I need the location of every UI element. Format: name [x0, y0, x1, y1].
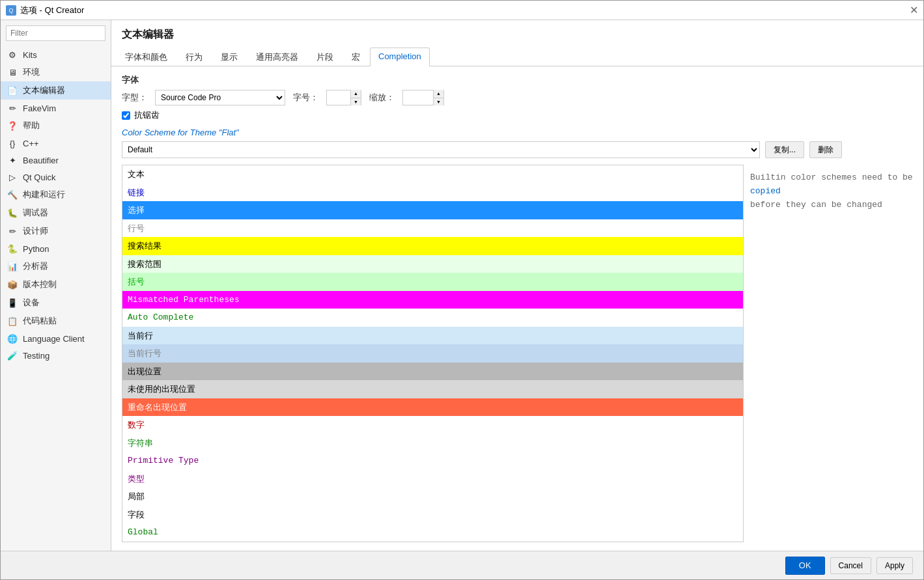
color-item-current-line[interactable]: 当前行 [122, 327, 743, 345]
sidebar-icon-analyzer: 📊 [7, 261, 18, 271]
sidebar-label-beautifier: Beautifier [23, 156, 59, 165]
font-section-label: 字体 [122, 74, 913, 86]
info-panel: Builtin color schemes need to be copied … [750, 165, 913, 543]
cancel-button[interactable]: Cancel [830, 557, 871, 574]
color-item-mismatched[interactable]: Mismatched Parentheses [122, 291, 743, 309]
sidebar-label-code-snippets: 代码粘贴 [23, 315, 57, 327]
info-link[interactable]: copied [750, 186, 781, 196]
color-item-global[interactable]: Global [122, 523, 743, 542]
sidebar-item-version-control[interactable]: 📦版本控制 [1, 275, 111, 294]
zoom-up[interactable]: ▲ [433, 90, 443, 98]
stepper-up[interactable]: ▲ [350, 90, 361, 98]
sidebar-label-text-editor: 文本编辑器 [23, 85, 65, 96]
color-list-area: 文本链接选择行号搜索结果搜索范围括号Mismatched Parentheses… [122, 165, 913, 543]
sidebar-item-fakevim[interactable]: ✏FakeVim [1, 100, 111, 117]
sidebar-label-cpp: C++ [23, 139, 39, 148]
antialias-row: 抗锯齿 [122, 109, 913, 121]
color-list[interactable]: 文本链接选择行号搜索结果搜索范围括号Mismatched Parentheses… [122, 165, 744, 542]
sidebar-item-qt-quick[interactable]: ▷Qt Quick [1, 169, 111, 186]
tab-snippets[interactable]: 片段 [308, 48, 342, 66]
sidebar-item-cpp[interactable]: {}C++ [1, 135, 111, 152]
tab-font-color[interactable]: 字体和颜色 [117, 48, 176, 66]
font-section: 字体 字型： Source Code Pro 字号： 10 ▲ ▼ [122, 74, 913, 121]
sidebar-item-build-run[interactable]: 🔨构建和运行 [1, 186, 111, 204]
copy-button[interactable]: 复制... [765, 141, 804, 158]
scheme-select[interactable]: Default [122, 141, 760, 158]
color-item-text[interactable]: 文本 [122, 165, 743, 184]
color-item-number[interactable]: 数字 [122, 416, 743, 434]
zoom-down[interactable]: ▼ [433, 98, 443, 106]
sidebar-item-devices[interactable]: 📱设备 [1, 294, 111, 312]
sidebar-label-build-run: 构建和运行 [23, 189, 65, 200]
zoom-stepper[interactable]: 150% ▲ ▼ [402, 90, 444, 105]
stepper-down[interactable]: ▼ [350, 98, 361, 106]
sidebar-item-designer[interactable]: ✏设计师 [1, 222, 111, 240]
tab-display[interactable]: 显示 [212, 48, 246, 66]
color-item-primitive-type[interactable]: Primitive Type [122, 452, 743, 470]
sidebar-item-language-client[interactable]: 🌐Language Client [1, 330, 111, 347]
right-panel: 文本编辑器 字体和颜色行为显示通用高亮器片段宏Completion 字体 字型：… [111, 20, 923, 551]
sidebar-label-testing: Testing [23, 351, 49, 361]
antialias-label: 抗锯齿 [134, 109, 160, 121]
sidebar-icon-debugger: 🐛 [7, 208, 18, 218]
window-title: 选项 - Qt Creator [20, 5, 84, 16]
filter-input[interactable] [6, 25, 105, 41]
color-item-string[interactable]: 字符串 [122, 434, 743, 452]
color-item-type[interactable]: 类型 [122, 470, 743, 488]
main-content: ⚙Kits🖥环境📄文本编辑器✏FakeVim❓帮助{}C++✦Beautifie… [1, 20, 923, 551]
sidebar-label-kits: Kits [23, 50, 37, 60]
sidebar-icon-qt-quick: ▷ [7, 172, 18, 182]
titlebar: Q 选项 - Qt Creator ✕ [1, 1, 923, 20]
sidebar-icon-code-snippets: 📋 [7, 316, 18, 326]
color-scheme-label: Color Scheme for Theme "Flat" [122, 128, 239, 137]
color-item-parentheses[interactable]: 括号 [122, 273, 743, 291]
sidebar-label-designer: 设计师 [23, 225, 48, 237]
stepper-buttons: ▲ ▼ [350, 90, 361, 105]
font-size-input[interactable]: 10 [327, 90, 350, 105]
tab-behavior[interactable]: 行为 [177, 48, 211, 66]
tab-highlighter[interactable]: 通用高亮器 [247, 48, 307, 66]
sidebar-item-environment[interactable]: 🖥环境 [1, 63, 111, 81]
color-item-search-scope[interactable]: 搜索范围 [122, 255, 743, 273]
sidebar-item-testing[interactable]: 🧪Testing [1, 347, 111, 364]
font-type-select[interactable]: Source Code Pro [155, 90, 285, 105]
sidebar-icon-devices: 📱 [7, 297, 18, 308]
color-item-field[interactable]: 字段 [122, 506, 743, 524]
sidebar-item-help[interactable]: ❓帮助 [1, 117, 111, 135]
tab-macros[interactable]: 宏 [343, 48, 369, 66]
color-item-current-line-num[interactable]: 当前行号 [122, 344, 743, 363]
bottom-bar: OK Cancel Apply [1, 551, 923, 579]
color-item-line-number[interactable]: 行号 [122, 219, 743, 238]
close-button[interactable]: ✕ [910, 4, 918, 16]
color-item-link[interactable]: 链接 [122, 184, 743, 202]
sidebar-label-help: 帮助 [23, 120, 40, 131]
panel-body: 字体 字型： Source Code Pro 字号： 10 ▲ ▼ [111, 66, 923, 551]
font-size-stepper[interactable]: 10 ▲ ▼ [326, 90, 361, 105]
sidebar-label-version-control: 版本控制 [23, 279, 57, 290]
zoom-input[interactable]: 150% [403, 90, 433, 105]
color-item-rename-occurrence[interactable]: 重命名出现位置 [122, 398, 743, 417]
sidebar-item-code-snippets[interactable]: 📋代码粘贴 [1, 312, 111, 330]
scheme-row: Default 复制... 删除 [122, 141, 913, 158]
apply-button[interactable]: Apply [876, 557, 913, 574]
tab-completion[interactable]: Completion [370, 48, 430, 66]
sidebar-label-environment: 环境 [23, 66, 40, 78]
color-item-search-result[interactable]: 搜索结果 [122, 237, 743, 255]
color-item-occurrence[interactable]: 出现位置 [122, 363, 743, 381]
sidebar-item-kits[interactable]: ⚙Kits [1, 46, 111, 63]
color-item-unused-occurrence[interactable]: 未使用的出现位置 [122, 380, 743, 398]
ok-button[interactable]: OK [785, 557, 825, 575]
sidebar-label-language-client: Language Client [23, 334, 85, 344]
color-item-enumeration[interactable]: 枚举量 [122, 542, 743, 543]
delete-button[interactable]: 删除 [809, 141, 842, 158]
sidebar-item-debugger[interactable]: 🐛调试器 [1, 204, 111, 222]
color-item-auto-complete[interactable]: Auto Complete [122, 309, 743, 327]
sidebar-item-python[interactable]: 🐍Python [1, 240, 111, 257]
antialias-checkbox[interactable] [122, 111, 130, 120]
color-item-selection[interactable]: 选择 [122, 201, 743, 219]
color-item-local[interactable]: 局部 [122, 488, 743, 506]
sidebar-item-analyzer[interactable]: 📊分析器 [1, 257, 111, 275]
font-row: 字型： Source Code Pro 字号： 10 ▲ ▼ 缩放： [122, 90, 913, 105]
sidebar-item-text-editor[interactable]: 📄文本编辑器 [1, 81, 111, 100]
sidebar-item-beautifier[interactable]: ✦Beautifier [1, 152, 111, 169]
